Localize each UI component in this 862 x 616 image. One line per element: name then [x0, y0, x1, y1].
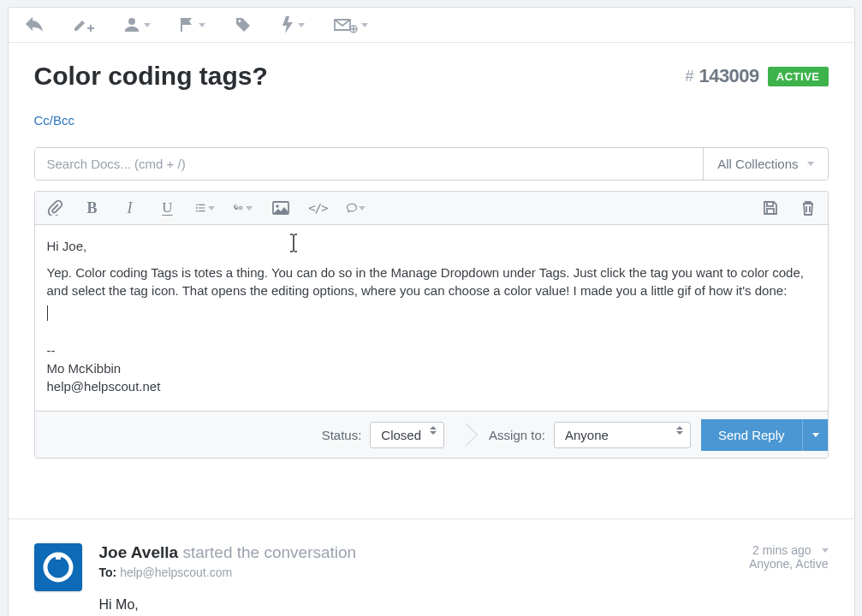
workflow-icon[interactable]: [281, 16, 305, 33]
status-label: Status:: [322, 428, 362, 442]
assign-label: Assign to:: [489, 428, 545, 442]
chevron-down-icon: [144, 23, 151, 27]
to-label: To:: [99, 566, 117, 579]
search-docs-input[interactable]: [35, 148, 704, 180]
sig-email: help@helpscout.net: [47, 377, 816, 395]
thread-title: Joe Avella started the conversation: [99, 543, 357, 562]
stepper-icon: [430, 426, 438, 435]
chevron-divider-icon: [458, 418, 475, 451]
chevron-down-icon: [199, 23, 205, 27]
email-options-icon[interactable]: [334, 16, 368, 33]
sig-name: Mo McKibbin: [47, 359, 816, 377]
send-reply-group: Send Reply: [701, 419, 828, 451]
status-value: Closed: [381, 428, 421, 442]
assign-select[interactable]: Anyone: [554, 422, 691, 448]
conversation-thread: Joe Avella started the conversation To: …: [9, 518, 854, 616]
assign-value: Anyone: [565, 428, 609, 442]
collections-label: All Collections: [717, 157, 798, 171]
send-options-dropdown[interactable]: [802, 419, 828, 451]
ticket-hash: #: [685, 68, 693, 86]
search-docs-bar: All Collections: [34, 147, 829, 181]
save-draft-icon[interactable]: [761, 198, 780, 217]
conversation-window: Color coding tags? # 143009 ACTIVE Cc/Bc…: [8, 7, 855, 616]
svg-point-5: [276, 204, 279, 208]
svg-rect-7: [767, 209, 774, 214]
status-badge: ACTIVE: [768, 67, 829, 86]
svg-point-3: [196, 210, 198, 212]
editor-footer: Status: Closed Assign to: Anyone Send Re…: [35, 411, 828, 458]
chevron-down-icon: [298, 23, 305, 27]
thread-action: started the conversation: [182, 543, 356, 561]
italic-button[interactable]: I: [121, 198, 140, 217]
attachment-icon[interactable]: [45, 198, 64, 217]
svg-rect-9: [56, 553, 61, 560]
image-button[interactable]: [271, 198, 290, 217]
collections-dropdown[interactable]: All Collections: [703, 148, 827, 180]
ccbcc-toggle[interactable]: Cc/Bcc: [34, 113, 75, 127]
thread-meta: 2 mins ago Anyone, Active: [749, 543, 829, 571]
editor-paragraph: Yep. Color coding Tags is totes a thing.…: [47, 264, 816, 299]
reply-icon[interactable]: [26, 17, 43, 33]
to-value: help@helpscout.com: [120, 566, 232, 579]
chevron-down-icon: [807, 162, 814, 166]
underline-button[interactable]: U: [158, 198, 177, 217]
sig-divider: --: [47, 341, 816, 359]
conversation-header: Color coding tags? # 143009 ACTIVE Cc/Bc…: [9, 43, 854, 135]
chevron-down-icon: [361, 23, 368, 27]
send-reply-button[interactable]: Send Reply: [701, 419, 802, 451]
svg-rect-6: [767, 202, 773, 206]
insertion-caret: [47, 305, 48, 321]
code-button[interactable]: </>: [309, 198, 328, 217]
msg-greeting: Hi Mo,: [99, 595, 829, 614]
ticket-number: 143009: [699, 65, 758, 87]
thread-message: Hi Mo, As far as adding and managing tag…: [99, 595, 829, 616]
editor-textarea[interactable]: Hi Joe, Yep. Color coding Tags is totes …: [35, 225, 828, 411]
flag-icon[interactable]: [180, 16, 205, 33]
chevron-down-icon: [246, 206, 253, 210]
chevron-down-icon[interactable]: [822, 548, 829, 553]
tag-icon[interactable]: [235, 16, 252, 33]
chevron-down-icon: [359, 206, 366, 210]
link-button[interactable]: [234, 198, 253, 217]
chevron-down-icon: [208, 206, 215, 210]
thread-status-line: Anyone, Active: [749, 557, 829, 571]
to-line: To: help@helpscout.com: [99, 566, 357, 579]
bold-button[interactable]: B: [83, 198, 102, 217]
thread-timestamp: 2 mins ago: [752, 543, 811, 557]
action-toolbar: [9, 8, 854, 43]
editor-greeting: Hi Joe,: [47, 237, 816, 255]
editor-toolbar: B I U </>: [35, 192, 828, 225]
svg-point-2: [196, 207, 198, 209]
conversation-title: Color coding tags?: [34, 62, 268, 91]
discard-icon[interactable]: [799, 198, 817, 217]
status-select[interactable]: Closed: [370, 422, 444, 448]
chevron-down-icon: [812, 433, 819, 437]
list-button[interactable]: [196, 198, 215, 217]
signature: -- Mo McKibbin help@helpscout.net: [47, 341, 816, 395]
reply-editor: B I U </>: [34, 191, 829, 459]
note-icon[interactable]: [72, 16, 94, 33]
svg-point-1: [196, 204, 198, 205]
avatar: [34, 543, 82, 591]
saved-replies-icon[interactable]: [347, 198, 366, 217]
assign-user-icon[interactable]: [123, 16, 151, 33]
stepper-icon: [676, 426, 685, 435]
thread-author: Joe Avella: [99, 543, 179, 561]
